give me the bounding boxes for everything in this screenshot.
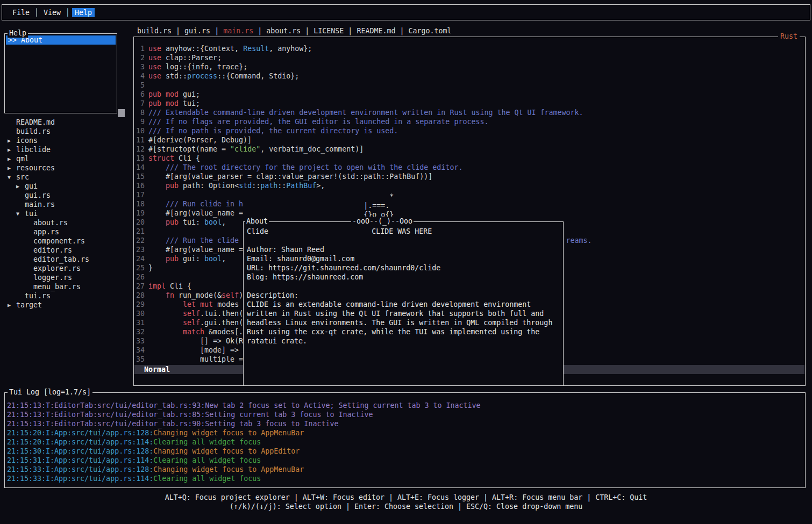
file-tree: README.mdbuild.rs▶icons▶libclide▶qml▶res… [4, 118, 131, 310]
tree-item-src[interactable]: ▼src [4, 173, 131, 182]
code-line-3[interactable]: 3use log::{info, trace}; [136, 62, 592, 71]
log-entry: 21:15:13:T:EditorTab:src/tui/editor_tab.… [7, 401, 481, 410]
tree-item-menu-bar-rs[interactable]: menu_bar.rs [4, 282, 131, 291]
code-token: use [148, 54, 161, 62]
line-number: 15 [136, 172, 145, 181]
tree-item-editor-tab-rs[interactable]: editor_tab.rs [4, 255, 131, 264]
tree-item-target[interactable]: ▶target [4, 300, 131, 310]
tree-item-label: tui.rs [25, 291, 51, 300]
log-entry: 21:15:33:I:App:src/tui/app.rs:128:Changi… [7, 465, 481, 474]
code-token [161, 90, 166, 98]
language-badge: Rust [778, 32, 800, 41]
code-token: /// The root directory for the project t… [148, 163, 462, 171]
log-message: Changing widget focus to AppMenuBar [153, 465, 304, 473]
tab-main-rs[interactable]: main.rs [223, 27, 253, 35]
log-prefix: 21:15:30:I:App:src/tui/app.rs:128: [7, 447, 153, 455]
line-number: 21 [136, 227, 145, 236]
code-token: } [148, 264, 153, 272]
folder-collapsed-icon: ▶ [16, 182, 25, 191]
scrollbar-thumb[interactable] [118, 109, 125, 117]
tree-item-build-rs[interactable]: build.rs [4, 127, 131, 136]
code-line-8[interactable]: 8/// Extendable command-line driven deve… [136, 108, 592, 117]
folder-collapsed-icon: ▶ [8, 163, 16, 173]
code-line-7[interactable]: 7pub mod tui; [136, 99, 592, 108]
code-line-12[interactable]: 12#[structopt(name = "clide", verbatim_d… [136, 145, 592, 154]
tree-item-editor-rs[interactable]: editor.rs [4, 246, 131, 255]
line-number: 22 [136, 236, 145, 245]
code-token: /// Extendable command-line driven devel… [148, 109, 583, 117]
tab-license[interactable]: LICENSE [314, 27, 344, 35]
menu-separator: │ [32, 9, 41, 17]
log-entry: 21:15:20:I:App:src/tui/app.rs:128:Changi… [7, 428, 481, 437]
log-text: 21:15:13:T:EditorTab:src/tui/editor_tab.… [7, 401, 481, 410]
line-number: 13 [136, 154, 145, 163]
folder-collapsed-icon: ▶ [8, 145, 16, 154]
tab-about-rs[interactable]: about.rs [266, 27, 301, 35]
code-line-4[interactable]: 4use std::process::{Command, Stdio}; [136, 71, 592, 81]
menu-item-view[interactable]: View [41, 8, 63, 17]
code-line-11[interactable]: 11#[derive(Parser, Debug)] [136, 135, 592, 145]
log-entry: 21:15:13:T:EditorTab:src/tui/editor_tab.… [7, 410, 481, 419]
menu-bar: File│View│Help [2, 4, 810, 20]
code-token: Cli { [174, 154, 200, 162]
line-number: 18 [136, 199, 145, 209]
tab-readme-md[interactable]: README.md [357, 27, 395, 35]
tree-item-component-rs[interactable]: component.rs [4, 236, 131, 246]
log-prefix: 21:15:20:I:App:src/tui/app.rs:128: [7, 429, 153, 437]
tree-item-tui-rs[interactable]: tui.rs [4, 291, 131, 300]
tab-gui-rs[interactable]: gui.rs [184, 27, 210, 35]
code-line-2[interactable]: 2use clap::Parser; [136, 53, 592, 62]
tree-item-tui[interactable]: ▼tui [4, 209, 131, 218]
code-line-15[interactable]: 15 #[arg(value_parser = clap::value_pars… [136, 172, 592, 181]
line-number: 1 [136, 44, 145, 53]
line-number: 10 [136, 126, 145, 135]
line-number: 35 [136, 355, 145, 364]
menu-item-file[interactable]: File [10, 8, 32, 17]
tree-item-gui-rs[interactable]: gui.rs [4, 191, 131, 200]
menu-item-help[interactable]: Help [72, 8, 95, 17]
code-token [148, 300, 183, 308]
tree-item-qml[interactable]: ▶qml [4, 154, 131, 163]
log-prefix: 21:15:31:I:App:src/tui/app.rs:114: [7, 456, 153, 464]
code-token: path: Option< [179, 182, 239, 190]
tree-item-readme-md[interactable]: README.md [4, 118, 131, 127]
code-token: [mode] => [148, 346, 239, 354]
tree-item-libclide[interactable]: ▶libclide [4, 145, 131, 154]
code-line-9[interactable]: 9/// If no flags are provided, the GUI e… [136, 117, 592, 126]
line-number: 32 [136, 327, 145, 336]
tui-log-panel: Tui Log [log=1.7/s] 21:15:13:T:EditorTab… [4, 392, 806, 488]
tab-cargo-toml[interactable]: Cargo.toml [408, 27, 451, 35]
code-line-13[interactable]: 13struct Cli { [136, 154, 592, 163]
code-line-16[interactable]: 16 pub path: Option<std::path::PathBuf>, [136, 181, 592, 190]
tab-separator: | [395, 27, 408, 35]
code-line-1[interactable]: 1use anyhow::{Context, Result, anyhow}; [136, 44, 592, 53]
code-token: tui: [179, 218, 204, 226]
code-token: use [148, 72, 161, 80]
line-number: 27 [136, 282, 145, 291]
about-dialog: * |.===. {}o o{} About -ooO--(_)--Ooo Cl… [243, 191, 564, 386]
tree-item-icons[interactable]: ▶icons [4, 136, 131, 145]
tree-item-about-rs[interactable]: about.rs [4, 218, 131, 227]
tab-separator: | [344, 27, 357, 35]
code-token: "clide" [230, 145, 260, 153]
tree-item-explorer-rs[interactable]: explorer.rs [4, 264, 131, 273]
tree-item-label: tui [25, 209, 38, 218]
code-token: self [183, 310, 200, 318]
code-token: #[arg(value_name = [148, 246, 243, 254]
tree-item-gui[interactable]: ▶gui [4, 182, 131, 191]
code-token [148, 328, 183, 336]
code-token: use [148, 45, 161, 53]
folder-collapsed-icon: ▶ [8, 136, 16, 145]
tree-item-main-rs[interactable]: main.rs [4, 200, 131, 209]
log-entry: 21:15:13:T:EditorTab:src/tui/editor_tab.… [7, 419, 481, 428]
code-token: gui: [179, 255, 204, 263]
code-line-14[interactable]: 14 /// The root directory for the projec… [136, 163, 592, 172]
tree-item-resources[interactable]: ▶resources [4, 163, 131, 173]
tree-item-logger-rs[interactable]: logger.rs [4, 273, 131, 282]
code-line-10[interactable]: 10/// If no path is provided, the curren… [136, 126, 592, 135]
code-line-6[interactable]: 6pub mod gui; [136, 90, 592, 99]
line-number: 5 [136, 81, 145, 90]
tree-item-app-rs[interactable]: app.rs [4, 227, 131, 236]
tab-build-rs[interactable]: build.rs [137, 27, 172, 35]
code-line-5[interactable]: 5 [136, 81, 592, 90]
